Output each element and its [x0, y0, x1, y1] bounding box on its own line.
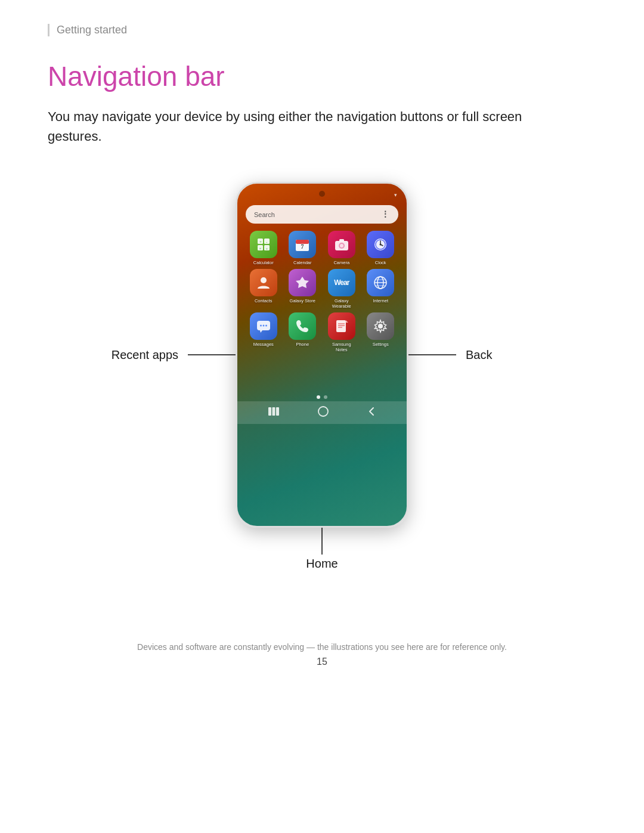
svg-text:+: + — [259, 240, 262, 244]
back-label-zone: Back — [408, 348, 596, 362]
phone-top-bar: ▾ — [237, 184, 407, 202]
svg-point-28 — [260, 325, 262, 327]
section-label: Getting started — [48, 24, 596, 36]
app-phone-item[interactable]: Phone — [285, 312, 321, 352]
recent-apps-label: Recent apps — [112, 348, 178, 362]
footer-note: Devices and software are constantly evol… — [48, 642, 596, 652]
galaxy-store-label: Galaxy Store — [290, 298, 315, 304]
svg-point-30 — [265, 325, 267, 327]
notes-icon-app[interactable] — [328, 312, 355, 340]
recent-apps-label-zone: Recent apps — [48, 348, 236, 362]
svg-marker-27 — [260, 330, 262, 333]
phone-label: Phone — [296, 342, 309, 347]
wear-label: GalaxyWearable — [332, 298, 351, 309]
contacts-icon[interactable] — [250, 269, 277, 296]
home-vertical-line — [321, 528, 323, 555]
app-calculator-item[interactable]: + - ÷ × Calculator — [246, 231, 281, 265]
app-camera-item[interactable]: Camera — [324, 231, 360, 265]
clock-icon-app[interactable] — [367, 231, 394, 258]
app-settings-item[interactable]: Settings — [363, 312, 399, 352]
page-indicator-dots — [237, 395, 407, 401]
calculator-icon[interactable]: + - ÷ × — [250, 231, 277, 258]
svg-point-20 — [261, 277, 267, 283]
phone-illustration-area: Recent apps ▾ Search ⋮ — [48, 182, 596, 571]
internet-label: Internet — [373, 298, 388, 304]
app-notes-item[interactable]: SamsungNotes — [324, 312, 360, 352]
search-label: Search — [254, 211, 275, 218]
page-container: Getting started Navigation bar You may n… — [0, 0, 644, 833]
app-calendar-item[interactable]: 7 Calendar — [285, 231, 321, 265]
camera-label: Camera — [333, 260, 349, 265]
app-contacts-item[interactable]: Contacts — [246, 269, 281, 309]
messages-icon[interactable] — [250, 312, 277, 340]
calendar-label: Calendar — [293, 260, 311, 265]
svg-text:÷: ÷ — [265, 246, 268, 251]
svg-point-36 — [378, 324, 383, 329]
camera-icon-app[interactable] — [328, 231, 355, 258]
app-wear-item[interactable]: Wear GalaxyWearable — [324, 269, 360, 309]
app-clock-item[interactable]: Clock — [363, 231, 399, 265]
page-title: Navigation bar — [48, 60, 596, 92]
wear-icon[interactable]: Wear — [328, 269, 355, 296]
phone-frame: ▾ Search ⋮ — [236, 182, 408, 528]
clock-label: Clock — [375, 260, 386, 265]
galaxy-store-icon[interactable] — [289, 269, 316, 296]
notes-label: SamsungNotes — [332, 342, 351, 352]
app-messages-item[interactable]: Messages — [246, 312, 281, 352]
svg-rect-14 — [339, 239, 344, 241]
settings-label: Settings — [373, 342, 389, 347]
recent-apps-line — [188, 354, 236, 355]
calendar-icon[interactable]: 7 — [289, 231, 316, 258]
app-internet-item[interactable]: Internet — [363, 269, 399, 309]
page-description: You may navigate your device by using ei… — [48, 107, 572, 146]
internet-icon[interactable] — [367, 269, 394, 296]
svg-rect-39 — [276, 407, 279, 416]
svg-point-29 — [262, 325, 264, 327]
phone-icon[interactable] — [289, 312, 316, 340]
back-line — [408, 354, 456, 355]
back-label: Back — [466, 348, 492, 362]
svg-rect-38 — [273, 407, 275, 416]
svg-rect-31 — [336, 320, 346, 332]
phone-row: Recent apps ▾ Search ⋮ — [48, 182, 596, 528]
contacts-label: Contacts — [255, 298, 273, 304]
calculator-label: Calculator — [253, 260, 274, 265]
dot-2 — [324, 395, 327, 399]
svg-marker-32 — [346, 320, 348, 323]
app-grid: + - ÷ × Calculator — [237, 228, 407, 355]
svg-point-40 — [318, 407, 328, 416]
page-number: 15 — [48, 657, 596, 667]
app-galaxystore-item[interactable]: Galaxy Store — [285, 269, 321, 309]
home-label: Home — [306, 557, 338, 571]
svg-point-13 — [340, 244, 343, 247]
phone-nav-bar — [237, 401, 407, 424]
home-button[interactable] — [318, 406, 329, 419]
home-label-area: Home — [306, 528, 338, 571]
svg-point-19 — [380, 244, 382, 246]
messages-label: Messages — [253, 342, 274, 347]
dot-1 — [317, 395, 320, 399]
svg-text:×: × — [259, 246, 261, 251]
camera-notch — [319, 191, 325, 197]
back-button[interactable] — [367, 406, 376, 419]
phone-search-bar[interactable]: Search ⋮ — [246, 205, 398, 224]
settings-icon-app[interactable] — [367, 312, 394, 340]
svg-rect-37 — [268, 407, 271, 416]
more-options-icon[interactable]: ⋮ — [381, 209, 390, 219]
svg-text:7: 7 — [301, 243, 304, 250]
recent-apps-button[interactable] — [268, 407, 279, 418]
